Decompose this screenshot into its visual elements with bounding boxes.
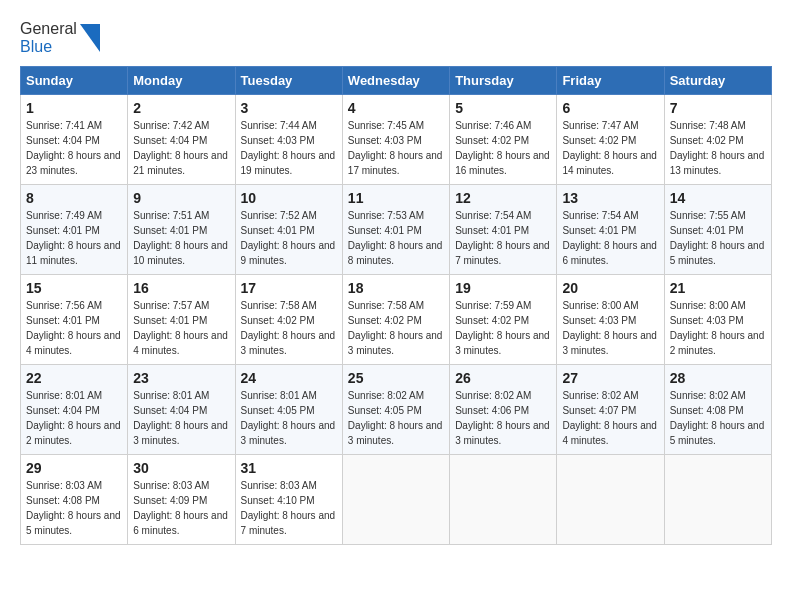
calendar-cell: 10 Sunrise: 7:52 AMSunset: 4:01 PMDaylig… — [235, 185, 342, 275]
day-info: Sunrise: 7:51 AMSunset: 4:01 PMDaylight:… — [133, 208, 229, 268]
day-number: 26 — [455, 370, 551, 386]
col-header-thursday: Thursday — [450, 67, 557, 95]
day-info: Sunrise: 8:01 AMSunset: 4:05 PMDaylight:… — [241, 388, 337, 448]
day-number: 20 — [562, 280, 658, 296]
calendar-cell: 17 Sunrise: 7:58 AMSunset: 4:02 PMDaylig… — [235, 275, 342, 365]
col-header-friday: Friday — [557, 67, 664, 95]
day-number: 17 — [241, 280, 337, 296]
day-number: 15 — [26, 280, 122, 296]
calendar-cell — [342, 455, 449, 545]
day-number: 5 — [455, 100, 551, 116]
col-header-monday: Monday — [128, 67, 235, 95]
day-info: Sunrise: 7:41 AMSunset: 4:04 PMDaylight:… — [26, 118, 122, 178]
day-info: Sunrise: 7:44 AMSunset: 4:03 PMDaylight:… — [241, 118, 337, 178]
calendar-cell: 13 Sunrise: 7:54 AMSunset: 4:01 PMDaylig… — [557, 185, 664, 275]
day-info: Sunrise: 8:02 AMSunset: 4:07 PMDaylight:… — [562, 388, 658, 448]
day-number: 27 — [562, 370, 658, 386]
calendar-cell: 27 Sunrise: 8:02 AMSunset: 4:07 PMDaylig… — [557, 365, 664, 455]
calendar-cell: 5 Sunrise: 7:46 AMSunset: 4:02 PMDayligh… — [450, 95, 557, 185]
day-number: 23 — [133, 370, 229, 386]
calendar-cell: 25 Sunrise: 8:02 AMSunset: 4:05 PMDaylig… — [342, 365, 449, 455]
day-number: 2 — [133, 100, 229, 116]
day-number: 21 — [670, 280, 766, 296]
day-info: Sunrise: 8:03 AMSunset: 4:10 PMDaylight:… — [241, 478, 337, 538]
day-info: Sunrise: 8:03 AMSunset: 4:08 PMDaylight:… — [26, 478, 122, 538]
day-info: Sunrise: 7:48 AMSunset: 4:02 PMDaylight:… — [670, 118, 766, 178]
calendar-cell: 16 Sunrise: 7:57 AMSunset: 4:01 PMDaylig… — [128, 275, 235, 365]
day-number: 4 — [348, 100, 444, 116]
day-number: 29 — [26, 460, 122, 476]
calendar-cell: 4 Sunrise: 7:45 AMSunset: 4:03 PMDayligh… — [342, 95, 449, 185]
calendar-table: SundayMondayTuesdayWednesdayThursdayFrid… — [20, 66, 772, 545]
day-number: 10 — [241, 190, 337, 206]
day-info: Sunrise: 7:52 AMSunset: 4:01 PMDaylight:… — [241, 208, 337, 268]
day-number: 28 — [670, 370, 766, 386]
day-number: 13 — [562, 190, 658, 206]
day-number: 22 — [26, 370, 122, 386]
day-info: Sunrise: 7:49 AMSunset: 4:01 PMDaylight:… — [26, 208, 122, 268]
logo-icon — [80, 24, 100, 52]
day-info: Sunrise: 7:47 AMSunset: 4:02 PMDaylight:… — [562, 118, 658, 178]
col-header-wednesday: Wednesday — [342, 67, 449, 95]
calendar-cell: 12 Sunrise: 7:54 AMSunset: 4:01 PMDaylig… — [450, 185, 557, 275]
day-number: 25 — [348, 370, 444, 386]
day-info: Sunrise: 8:02 AMSunset: 4:05 PMDaylight:… — [348, 388, 444, 448]
calendar-cell: 11 Sunrise: 7:53 AMSunset: 4:01 PMDaylig… — [342, 185, 449, 275]
day-info: Sunrise: 7:54 AMSunset: 4:01 PMDaylight:… — [562, 208, 658, 268]
calendar-cell: 23 Sunrise: 8:01 AMSunset: 4:04 PMDaylig… — [128, 365, 235, 455]
day-info: Sunrise: 7:58 AMSunset: 4:02 PMDaylight:… — [241, 298, 337, 358]
day-number: 7 — [670, 100, 766, 116]
day-info: Sunrise: 8:03 AMSunset: 4:09 PMDaylight:… — [133, 478, 229, 538]
day-number: 30 — [133, 460, 229, 476]
calendar-cell: 31 Sunrise: 8:03 AMSunset: 4:10 PMDaylig… — [235, 455, 342, 545]
col-header-sunday: Sunday — [21, 67, 128, 95]
day-number: 1 — [26, 100, 122, 116]
day-info: Sunrise: 7:53 AMSunset: 4:01 PMDaylight:… — [348, 208, 444, 268]
day-info: Sunrise: 7:46 AMSunset: 4:02 PMDaylight:… — [455, 118, 551, 178]
day-info: Sunrise: 7:58 AMSunset: 4:02 PMDaylight:… — [348, 298, 444, 358]
day-info: Sunrise: 8:01 AMSunset: 4:04 PMDaylight:… — [133, 388, 229, 448]
day-number: 18 — [348, 280, 444, 296]
logo: General Blue — [20, 20, 100, 56]
day-info: Sunrise: 7:42 AMSunset: 4:04 PMDaylight:… — [133, 118, 229, 178]
calendar-header-row: SundayMondayTuesdayWednesdayThursdayFrid… — [21, 67, 772, 95]
day-info: Sunrise: 7:55 AMSunset: 4:01 PMDaylight:… — [670, 208, 766, 268]
day-number: 3 — [241, 100, 337, 116]
calendar-cell: 3 Sunrise: 7:44 AMSunset: 4:03 PMDayligh… — [235, 95, 342, 185]
page-header: General Blue — [20, 20, 772, 56]
col-header-saturday: Saturday — [664, 67, 771, 95]
calendar-cell: 24 Sunrise: 8:01 AMSunset: 4:05 PMDaylig… — [235, 365, 342, 455]
calendar-week-5: 29 Sunrise: 8:03 AMSunset: 4:08 PMDaylig… — [21, 455, 772, 545]
calendar-week-1: 1 Sunrise: 7:41 AMSunset: 4:04 PMDayligh… — [21, 95, 772, 185]
day-info: Sunrise: 8:02 AMSunset: 4:06 PMDaylight:… — [455, 388, 551, 448]
calendar-cell — [557, 455, 664, 545]
day-number: 9 — [133, 190, 229, 206]
calendar-week-4: 22 Sunrise: 8:01 AMSunset: 4:04 PMDaylig… — [21, 365, 772, 455]
calendar-week-2: 8 Sunrise: 7:49 AMSunset: 4:01 PMDayligh… — [21, 185, 772, 275]
day-info: Sunrise: 7:59 AMSunset: 4:02 PMDaylight:… — [455, 298, 551, 358]
calendar-cell: 19 Sunrise: 7:59 AMSunset: 4:02 PMDaylig… — [450, 275, 557, 365]
day-number: 12 — [455, 190, 551, 206]
calendar-cell: 20 Sunrise: 8:00 AMSunset: 4:03 PMDaylig… — [557, 275, 664, 365]
day-number: 8 — [26, 190, 122, 206]
calendar-cell: 6 Sunrise: 7:47 AMSunset: 4:02 PMDayligh… — [557, 95, 664, 185]
calendar-cell: 9 Sunrise: 7:51 AMSunset: 4:01 PMDayligh… — [128, 185, 235, 275]
calendar-cell: 29 Sunrise: 8:03 AMSunset: 4:08 PMDaylig… — [21, 455, 128, 545]
calendar-cell: 14 Sunrise: 7:55 AMSunset: 4:01 PMDaylig… — [664, 185, 771, 275]
day-info: Sunrise: 8:01 AMSunset: 4:04 PMDaylight:… — [26, 388, 122, 448]
calendar-week-3: 15 Sunrise: 7:56 AMSunset: 4:01 PMDaylig… — [21, 275, 772, 365]
calendar-cell: 30 Sunrise: 8:03 AMSunset: 4:09 PMDaylig… — [128, 455, 235, 545]
logo-general: General — [20, 20, 77, 37]
calendar-cell: 28 Sunrise: 8:02 AMSunset: 4:08 PMDaylig… — [664, 365, 771, 455]
day-info: Sunrise: 7:57 AMSunset: 4:01 PMDaylight:… — [133, 298, 229, 358]
svg-marker-0 — [80, 24, 100, 52]
day-info: Sunrise: 7:45 AMSunset: 4:03 PMDaylight:… — [348, 118, 444, 178]
day-info: Sunrise: 7:54 AMSunset: 4:01 PMDaylight:… — [455, 208, 551, 268]
calendar-cell — [664, 455, 771, 545]
calendar-cell: 1 Sunrise: 7:41 AMSunset: 4:04 PMDayligh… — [21, 95, 128, 185]
logo-blue: Blue — [20, 38, 52, 55]
day-number: 31 — [241, 460, 337, 476]
calendar-cell: 2 Sunrise: 7:42 AMSunset: 4:04 PMDayligh… — [128, 95, 235, 185]
day-number: 16 — [133, 280, 229, 296]
col-header-tuesday: Tuesday — [235, 67, 342, 95]
